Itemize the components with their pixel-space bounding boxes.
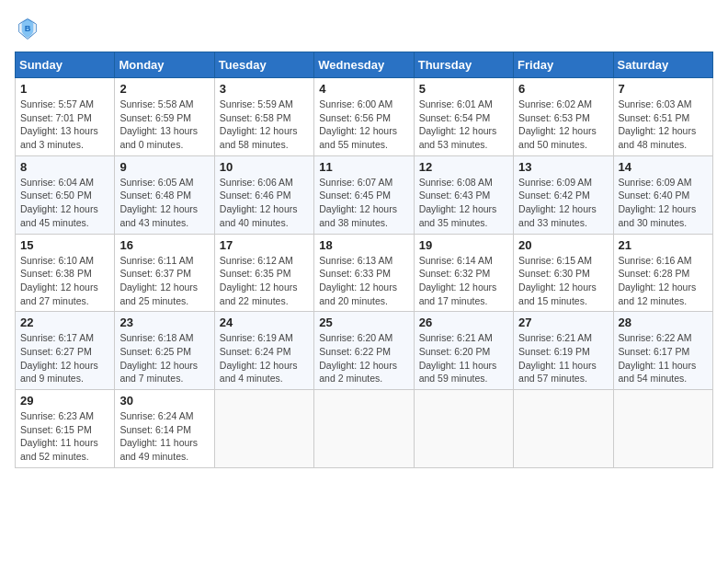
calendar-day-cell: 19 Sunrise: 6:14 AM Sunset: 6:32 PM Dayl… [414, 234, 513, 312]
day-info: Sunrise: 5:57 AM Sunset: 7:01 PM Dayligh… [20, 98, 109, 152]
sunset-text: Sunset: 6:32 PM [419, 268, 491, 279]
calendar-day-cell: 29 Sunrise: 6:23 AM Sunset: 6:15 PM Dayl… [16, 390, 115, 468]
weekday-header-row: Sunday Monday Tuesday Wednesday Thursday… [16, 52, 713, 78]
sunrise-text: Sunrise: 6:21 AM [518, 332, 592, 343]
calendar-day-cell: 2 Sunrise: 5:58 AM Sunset: 6:59 PM Dayli… [115, 78, 214, 156]
day-info: Sunrise: 6:05 AM Sunset: 6:48 PM Dayligh… [119, 176, 209, 230]
day-number: 3 [220, 82, 309, 96]
day-info: Sunrise: 6:01 AM Sunset: 6:54 PM Dayligh… [419, 98, 508, 152]
calendar-day-cell: 18 Sunrise: 6:13 AM Sunset: 6:33 PM Dayl… [314, 234, 414, 312]
day-info: Sunrise: 6:21 AM Sunset: 6:19 PM Dayligh… [518, 331, 608, 385]
sunset-text: Sunset: 6:27 PM [20, 346, 92, 357]
sunset-text: Sunset: 6:50 PM [20, 190, 92, 201]
calendar-day-cell: 8 Sunrise: 6:04 AM Sunset: 6:50 PM Dayli… [16, 155, 115, 234]
logo-icon: B [15, 15, 40, 40]
calendar-day-cell: 9 Sunrise: 6:05 AM Sunset: 6:48 PM Dayli… [115, 155, 214, 234]
sunset-text: Sunset: 6:33 PM [319, 268, 391, 279]
sunrise-text: Sunrise: 6:14 AM [419, 255, 493, 266]
calendar-day-cell: 28 Sunrise: 6:22 AM Sunset: 6:17 PM Dayl… [613, 312, 712, 390]
calendar-day-cell: 30 Sunrise: 6:24 AM Sunset: 6:14 PM Dayl… [115, 390, 214, 468]
day-info: Sunrise: 5:59 AM Sunset: 6:58 PM Dayligh… [220, 98, 309, 152]
calendar-day-cell: 1 Sunrise: 5:57 AM Sunset: 7:01 PM Dayli… [16, 78, 115, 156]
sunset-text: Sunset: 6:42 PM [518, 190, 590, 201]
day-number: 4 [319, 82, 408, 96]
daylight-text: Daylight: 11 hours and 49 minutes. [119, 437, 198, 462]
day-info: Sunrise: 6:06 AM Sunset: 6:46 PM Dayligh… [220, 176, 309, 230]
sunset-text: Sunset: 6:30 PM [518, 268, 590, 279]
day-info: Sunrise: 6:23 AM Sunset: 6:15 PM Dayligh… [20, 409, 109, 464]
header-tuesday: Tuesday [214, 52, 313, 78]
day-number: 18 [319, 238, 408, 252]
daylight-text: Daylight: 12 hours and 43 minutes. [119, 203, 198, 228]
calendar-day-cell: 20 Sunrise: 6:15 AM Sunset: 6:30 PM Dayl… [514, 234, 613, 312]
daylight-text: Daylight: 11 hours and 59 minutes. [419, 360, 497, 385]
day-number: 16 [119, 238, 209, 252]
sunrise-text: Sunrise: 5:59 AM [220, 98, 293, 109]
sunset-text: Sunset: 6:53 PM [518, 112, 590, 123]
calendar-day-cell: 27 Sunrise: 6:21 AM Sunset: 6:19 PM Dayl… [514, 312, 613, 390]
daylight-text: Daylight: 11 hours and 52 minutes. [20, 437, 98, 462]
daylight-text: Daylight: 12 hours and 22 minutes. [220, 282, 298, 306]
header-saturday: Saturday [613, 52, 712, 78]
day-info: Sunrise: 6:24 AM Sunset: 6:14 PM Dayligh… [119, 409, 209, 464]
sunset-text: Sunset: 6:38 PM [20, 268, 92, 279]
calendar-week-row: 1 Sunrise: 5:57 AM Sunset: 7:01 PM Dayli… [16, 78, 713, 156]
day-number: 14 [619, 160, 708, 174]
day-number: 9 [119, 160, 209, 174]
day-number: 25 [319, 316, 408, 329]
calendar-day-cell [414, 390, 513, 468]
day-number: 10 [220, 160, 309, 174]
sunset-text: Sunset: 6:58 PM [220, 112, 291, 123]
daylight-text: Daylight: 12 hours and 53 minutes. [419, 125, 497, 150]
day-info: Sunrise: 6:13 AM Sunset: 6:33 PM Dayligh… [319, 254, 408, 308]
daylight-text: Daylight: 11 hours and 54 minutes. [619, 360, 697, 385]
sunrise-text: Sunrise: 6:24 AM [119, 410, 193, 421]
sunset-text: Sunset: 6:51 PM [619, 112, 690, 123]
day-number: 20 [518, 238, 608, 252]
daylight-text: Daylight: 12 hours and 48 minutes. [619, 125, 697, 150]
sunrise-text: Sunrise: 6:19 AM [220, 332, 293, 343]
sunrise-text: Sunrise: 6:22 AM [619, 332, 692, 343]
sunrise-text: Sunrise: 6:00 AM [319, 98, 392, 109]
sunrise-text: Sunrise: 6:07 AM [319, 177, 392, 188]
sunrise-text: Sunrise: 6:01 AM [419, 98, 493, 109]
calendar-week-row: 22 Sunrise: 6:17 AM Sunset: 6:27 PM Dayl… [16, 312, 713, 390]
day-number: 28 [619, 316, 708, 329]
day-info: Sunrise: 6:16 AM Sunset: 6:28 PM Dayligh… [619, 254, 708, 308]
daylight-text: Daylight: 13 hours and 0 minutes. [119, 125, 198, 150]
calendar-day-cell: 16 Sunrise: 6:11 AM Sunset: 6:37 PM Dayl… [115, 234, 214, 312]
sunset-text: Sunset: 6:40 PM [619, 190, 690, 201]
daylight-text: Daylight: 12 hours and 12 minutes. [619, 282, 697, 306]
daylight-text: Daylight: 12 hours and 38 minutes. [319, 203, 397, 228]
day-info: Sunrise: 6:14 AM Sunset: 6:32 PM Dayligh… [419, 254, 508, 308]
day-info: Sunrise: 6:08 AM Sunset: 6:43 PM Dayligh… [419, 176, 508, 230]
sunset-text: Sunset: 7:01 PM [20, 112, 92, 123]
sunset-text: Sunset: 6:56 PM [319, 112, 391, 123]
sunrise-text: Sunrise: 6:10 AM [20, 255, 94, 266]
day-info: Sunrise: 6:17 AM Sunset: 6:27 PM Dayligh… [20, 331, 109, 385]
day-info: Sunrise: 6:09 AM Sunset: 6:42 PM Dayligh… [518, 176, 608, 230]
day-number: 21 [619, 238, 708, 252]
daylight-text: Daylight: 12 hours and 27 minutes. [20, 282, 98, 306]
sunrise-text: Sunrise: 6:23 AM [20, 410, 94, 421]
sunrise-text: Sunrise: 6:06 AM [220, 177, 293, 188]
day-number: 19 [419, 238, 508, 252]
sunset-text: Sunset: 6:28 PM [619, 268, 690, 279]
daylight-text: Daylight: 11 hours and 57 minutes. [518, 360, 597, 385]
day-number: 12 [419, 160, 508, 174]
sunset-text: Sunset: 6:37 PM [119, 268, 191, 279]
calendar-day-cell: 14 Sunrise: 6:09 AM Sunset: 6:40 PM Dayl… [613, 155, 712, 234]
sunrise-text: Sunrise: 6:12 AM [220, 255, 293, 266]
day-info: Sunrise: 6:11 AM Sunset: 6:37 PM Dayligh… [119, 254, 209, 308]
calendar-day-cell: 6 Sunrise: 6:02 AM Sunset: 6:53 PM Dayli… [514, 78, 613, 156]
daylight-text: Daylight: 12 hours and 45 minutes. [20, 203, 98, 228]
calendar-day-cell: 21 Sunrise: 6:16 AM Sunset: 6:28 PM Dayl… [613, 234, 712, 312]
daylight-text: Daylight: 12 hours and 40 minutes. [220, 203, 298, 228]
day-number: 29 [20, 394, 109, 408]
day-number: 7 [619, 82, 708, 96]
svg-text:B: B [25, 24, 31, 33]
header-friday: Friday [514, 52, 613, 78]
sunset-text: Sunset: 6:45 PM [319, 190, 391, 201]
day-number: 24 [220, 316, 309, 329]
calendar-day-cell: 25 Sunrise: 6:20 AM Sunset: 6:22 PM Dayl… [314, 312, 414, 390]
